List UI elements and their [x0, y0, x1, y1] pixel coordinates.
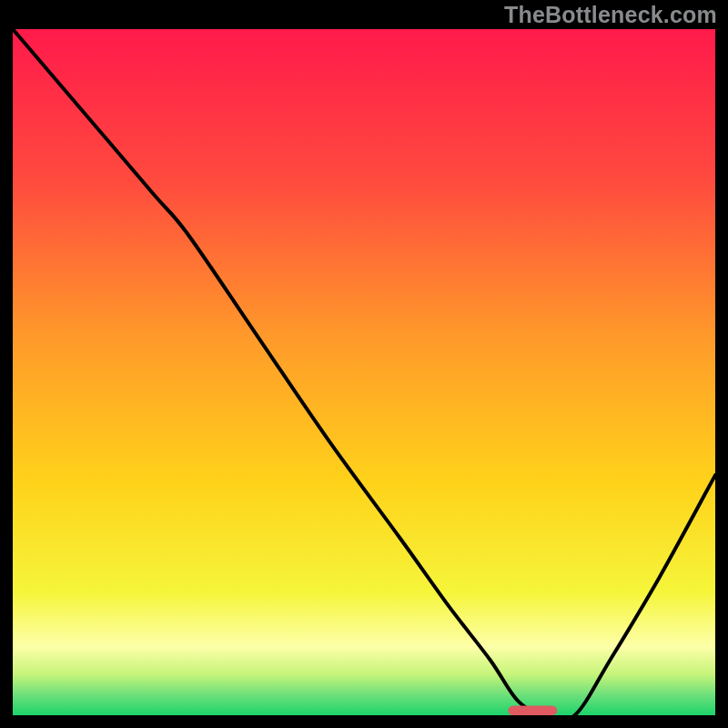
chart-frame: TheBottleneck.com — [0, 0, 728, 728]
chart-svg — [13, 29, 715, 715]
watermark-text: TheBottleneck.com — [504, 2, 717, 28]
plot-area — [13, 29, 715, 715]
gradient-background — [13, 29, 715, 715]
optimal-marker — [508, 705, 557, 715]
